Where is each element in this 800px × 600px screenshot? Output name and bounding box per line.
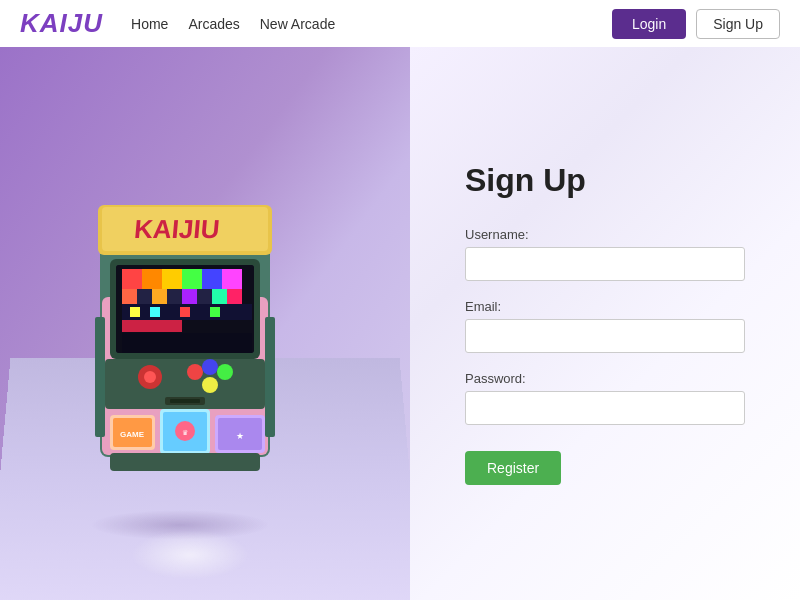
svg-rect-20	[212, 289, 227, 304]
svg-rect-49	[95, 317, 105, 437]
svg-rect-17	[167, 289, 182, 304]
svg-point-31	[144, 371, 156, 383]
svg-rect-10	[162, 269, 182, 289]
svg-text:GAME: GAME	[120, 430, 145, 439]
register-button[interactable]: Register	[465, 451, 561, 485]
email-group: Email:	[465, 299, 745, 353]
nav-links: Home Arcades New Arcade	[131, 16, 335, 32]
svg-rect-8	[122, 269, 142, 289]
svg-rect-11	[182, 269, 202, 289]
signup-panel: Sign Up Username: Email: Password: Regis…	[410, 47, 800, 600]
svg-rect-50	[265, 317, 275, 437]
main-content: KAIJIU	[0, 47, 800, 600]
form-title: Sign Up	[465, 162, 745, 199]
svg-text:♛: ♛	[182, 429, 188, 436]
form-container: Sign Up Username: Email: Password: Regis…	[465, 162, 745, 485]
navbar: KAIJU Home Arcades New Arcade Login Sign…	[0, 0, 800, 47]
username-group: Username:	[465, 227, 745, 281]
svg-text:★: ★	[236, 431, 244, 441]
nav-arcades-link[interactable]: Arcades	[188, 16, 239, 32]
svg-rect-13	[222, 269, 242, 289]
svg-rect-25	[180, 307, 190, 317]
svg-rect-23	[130, 307, 140, 317]
email-input[interactable]	[465, 319, 745, 353]
navbar-left: KAIJU Home Arcades New Arcade	[20, 8, 335, 39]
username-label: Username:	[465, 227, 745, 242]
svg-point-33	[202, 359, 218, 375]
nav-home-link[interactable]: Home	[131, 16, 168, 32]
svg-rect-28	[122, 333, 252, 353]
svg-rect-48	[110, 453, 260, 471]
email-label: Email:	[465, 299, 745, 314]
svg-rect-24	[150, 307, 160, 317]
svg-text:KAIJIU: KAIJIU	[133, 214, 221, 244]
logo[interactable]: KAIJU	[20, 8, 103, 39]
navbar-right: Login Sign Up	[612, 9, 780, 39]
svg-rect-18	[182, 289, 197, 304]
username-input[interactable]	[465, 247, 745, 281]
password-label: Password:	[465, 371, 745, 386]
arcade-machine: KAIJIU	[80, 137, 290, 477]
svg-point-32	[187, 364, 203, 380]
signup-button[interactable]: Sign Up	[696, 9, 780, 39]
svg-rect-9	[142, 269, 162, 289]
arcade-panel: KAIJIU	[0, 47, 410, 600]
svg-rect-47	[170, 399, 200, 403]
page: KAIJU Home Arcades New Arcade Login Sign…	[0, 0, 800, 600]
svg-rect-12	[202, 269, 222, 289]
svg-point-35	[202, 377, 218, 393]
password-input[interactable]	[465, 391, 745, 425]
floor-light	[130, 530, 250, 580]
login-button[interactable]: Login	[612, 9, 686, 39]
svg-rect-15	[137, 289, 152, 304]
password-group: Password:	[465, 371, 745, 425]
svg-rect-16	[152, 289, 167, 304]
svg-rect-21	[227, 289, 242, 304]
svg-rect-26	[210, 307, 220, 317]
nav-new-arcade-link[interactable]: New Arcade	[260, 16, 335, 32]
svg-point-34	[217, 364, 233, 380]
svg-rect-27	[122, 320, 182, 332]
svg-rect-19	[197, 289, 212, 304]
svg-rect-14	[122, 289, 137, 304]
